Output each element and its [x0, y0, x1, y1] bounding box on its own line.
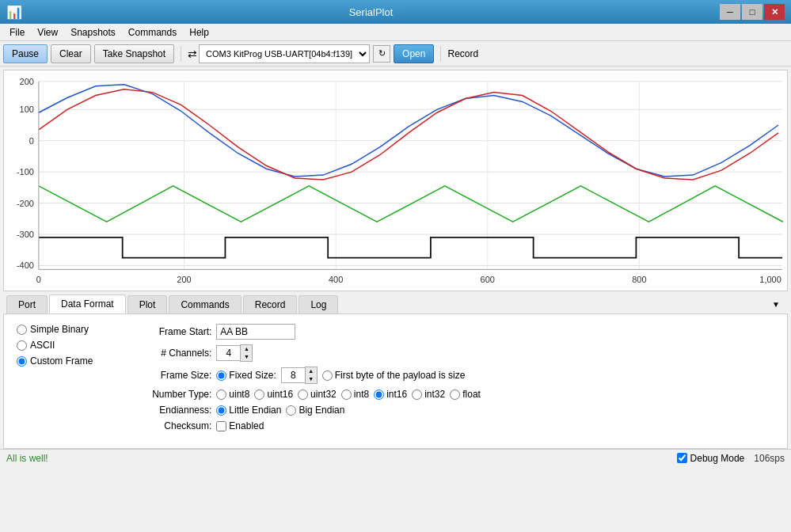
endianness-label: Endianness: — [124, 405, 211, 416]
close-button[interactable]: ✕ — [764, 4, 785, 20]
maximize-button[interactable]: □ — [742, 4, 762, 20]
format-custom-frame-radio[interactable] — [17, 356, 27, 367]
menu-snapshots[interactable]: Snapshots — [64, 25, 122, 40]
tabs-bar: Port Data Format Plot Commands Record Lo… — [3, 294, 788, 314]
refresh-button[interactable]: ↻ — [373, 45, 390, 63]
panel-content-wrapper: Simple Binary ASCII Custom Frame Frame S… — [17, 324, 774, 436]
debug-mode-label: Debug Mode — [690, 453, 745, 464]
channels-input[interactable] — [216, 345, 240, 361]
snapshot-button[interactable]: Take Snapshot — [94, 44, 174, 63]
tab-log[interactable]: Log — [299, 295, 338, 314]
svg-text:1,000: 1,000 — [759, 275, 781, 284]
svg-text:-300: -300 — [17, 230, 34, 239]
fixed-size-option[interactable]: Fixed Size: — [216, 370, 276, 381]
numtype-uint16-radio[interactable] — [254, 390, 264, 400]
tab-port[interactable]: Port — [6, 295, 48, 314]
menu-commands[interactable]: Commands — [122, 25, 183, 40]
format-radio-group: Simple Binary ASCII Custom Frame — [17, 324, 93, 436]
numtype-uint8[interactable]: uint8 — [216, 389, 249, 400]
frame-start-row: Frame Start: — [124, 324, 774, 340]
format-ascii-radio[interactable] — [17, 340, 27, 351]
format-simple-binary-radio[interactable] — [17, 325, 27, 335]
endian-little-radio[interactable] — [216, 405, 226, 416]
numtype-float-radio[interactable] — [450, 390, 460, 400]
debug-mode-option[interactable]: Debug Mode — [677, 453, 745, 464]
channels-label: # Channels: — [124, 348, 211, 359]
numtype-uint16[interactable]: uint16 — [254, 389, 293, 400]
numtype-float[interactable]: float — [450, 389, 481, 400]
numtype-uint32[interactable]: uint32 — [298, 389, 337, 400]
fixed-size-spinbox: ▲ ▼ — [281, 367, 318, 384]
usb-icon: ⇄ — [188, 48, 197, 60]
number-type-row: Number Type: uint8 uint16 uint32 int8 — [124, 389, 774, 400]
numtype-uint32-radio[interactable] — [298, 390, 308, 400]
checksum-enabled-checkbox[interactable] — [216, 421, 226, 431]
channels-row: # Channels: ▲ ▼ — [124, 344, 774, 362]
title-bar: 📊 SerialPlot ─ □ ✕ — [0, 0, 791, 24]
first-byte-radio[interactable] — [322, 370, 333, 381]
format-custom-frame[interactable]: Custom Frame — [17, 355, 93, 367]
numtype-int32[interactable]: int32 — [412, 389, 445, 400]
numtype-uint8-radio[interactable] — [216, 390, 226, 400]
numtype-int8-radio[interactable] — [341, 390, 352, 400]
svg-text:800: 800 — [632, 275, 646, 284]
checksum-row: Checksum: Enabled — [124, 420, 774, 431]
svg-text:-400: -400 — [17, 260, 34, 270]
tabs-overflow-arrow[interactable]: ▼ — [767, 297, 785, 312]
fixed-size-up-button[interactable]: ▲ — [306, 367, 317, 375]
chart-area: 200 100 0 -100 -200 -300 -400 0 200 400 … — [3, 70, 788, 291]
fixed-size-radio[interactable] — [216, 370, 226, 381]
checksum-label: Checksum: — [124, 420, 211, 431]
clear-button[interactable]: Clear — [51, 44, 91, 63]
numtype-int8[interactable]: int8 — [341, 389, 369, 400]
tab-plot[interactable]: Plot — [127, 295, 168, 314]
data-format-panel: Simple Binary ASCII Custom Frame Frame S… — [3, 314, 788, 449]
app-title: SerialPlot — [22, 6, 720, 18]
chart-svg: 200 100 0 -100 -200 -300 -400 0 200 400 … — [4, 70, 787, 291]
format-ascii[interactable]: ASCII — [17, 340, 93, 351]
frame-start-input[interactable] — [216, 324, 295, 340]
fixed-size-input[interactable] — [281, 367, 305, 383]
port-select[interactable]: COM3 KitProg USB-UART[04b4:f139] — [199, 44, 370, 63]
frame-size-row: Frame Size: Fixed Size: ▲ ▼ First byte o… — [124, 367, 774, 384]
toolbar-separator-2 — [440, 46, 441, 62]
channels-spinbox: ▲ ▼ — [216, 344, 253, 362]
fixed-size-down-button[interactable]: ▼ — [306, 375, 317, 383]
endian-big-radio[interactable] — [286, 405, 296, 416]
status-text: All is well! — [6, 453, 48, 464]
checksum-enabled-option[interactable]: Enabled — [216, 420, 264, 431]
title-bar-left: 📊 — [6, 5, 22, 20]
menu-view[interactable]: View — [31, 25, 64, 40]
menu-file[interactable]: File — [3, 25, 31, 40]
first-byte-option[interactable]: First byte of the payload is size — [322, 370, 466, 381]
open-button[interactable]: Open — [394, 44, 434, 63]
numtype-int32-radio[interactable] — [412, 390, 422, 400]
toolbar: Pause Clear Take Snapshot ⇄ COM3 KitProg… — [0, 41, 791, 66]
tab-commands[interactable]: Commands — [169, 295, 241, 314]
menu-help[interactable]: Help — [183, 25, 215, 40]
number-type-label: Number Type: — [124, 389, 211, 400]
debug-mode-checkbox[interactable] — [677, 453, 687, 463]
svg-text:600: 600 — [481, 275, 495, 284]
sps-label: 106sps — [754, 453, 785, 464]
svg-text:200: 200 — [177, 275, 191, 284]
numtype-int16-radio[interactable] — [374, 390, 384, 400]
format-simple-binary[interactable]: Simple Binary — [17, 324, 93, 335]
svg-text:-200: -200 — [17, 199, 34, 208]
channels-down-button[interactable]: ▼ — [241, 353, 252, 361]
numtype-int16[interactable]: int16 — [374, 389, 407, 400]
svg-text:100: 100 — [20, 104, 34, 114]
endian-little[interactable]: Little Endian — [216, 405, 281, 416]
status-bar: All is well! Debug Mode 106sps — [0, 449, 791, 466]
svg-text:0: 0 — [29, 136, 34, 146]
minimize-button[interactable]: ─ — [720, 4, 740, 20]
svg-text:200: 200 — [20, 77, 34, 86]
tab-data-format[interactable]: Data Format — [49, 294, 126, 314]
channels-up-button[interactable]: ▲ — [241, 345, 252, 353]
tab-record[interactable]: Record — [243, 295, 298, 314]
svg-text:400: 400 — [329, 275, 343, 284]
pause-button[interactable]: Pause — [3, 44, 48, 63]
record-label: Record — [447, 48, 478, 59]
endian-big[interactable]: Big Endian — [286, 405, 344, 416]
menu-bar: File View Snapshots Commands Help — [0, 24, 791, 41]
